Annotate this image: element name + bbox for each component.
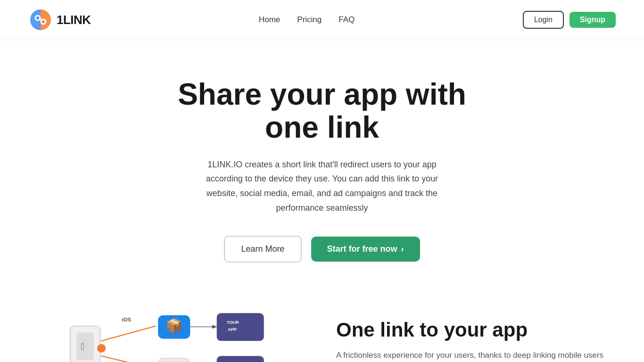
- login-button[interactable]: Login: [523, 11, 564, 29]
- svg-rect-4: [76, 332, 93, 360]
- svg-point-23: [97, 344, 106, 353]
- svg-text:APP: APP: [228, 328, 237, 332]
- signup-button[interactable]: Signup: [570, 12, 616, 28]
- nav-faq[interactable]: FAQ: [339, 15, 355, 25]
- one-link-section:  iOS 📦 YOUR APP Android: [0, 291, 644, 362]
- svg-line-7: [101, 326, 156, 341]
- hero-section: Share your app with one link 1LINK.IO cr…: [0, 40, 644, 291]
- svg-rect-20: [216, 356, 264, 362]
- app-diagram:  iOS 📦 YOUR APP Android: [60, 300, 286, 362]
- section-text: One link to your app A frictionless expe…: [336, 319, 606, 362]
- svg-text:YOUR: YOUR: [226, 320, 239, 325]
- logo[interactable]: 1LINK: [28, 8, 91, 32]
- svg-text:: : [81, 341, 84, 352]
- logo-text: 1LINK: [57, 13, 91, 27]
- diagram-area:  iOS 📦 YOUR APP Android: [38, 300, 308, 362]
- start-free-label: Start for free now: [327, 244, 397, 254]
- chevron-right-icon: ›: [401, 244, 404, 254]
- navbar: 1LINK Home Pricing FAQ Login Signup: [0, 0, 644, 40]
- svg-line-8: [101, 356, 156, 362]
- start-free-button[interactable]: Start for free now ›: [311, 237, 420, 262]
- nav-home[interactable]: Home: [259, 15, 280, 25]
- hero-description: 1LINK.IO creates a short link that'll re…: [190, 157, 454, 215]
- svg-rect-17: [158, 358, 190, 362]
- svg-rect-13: [216, 313, 264, 341]
- hero-title: Share your app with one link: [157, 78, 487, 144]
- svg-text:📦: 📦: [165, 318, 182, 334]
- nav-links: Home Pricing FAQ: [259, 15, 355, 25]
- hero-buttons: Learn More Start for free now ›: [224, 236, 420, 263]
- section-description: A frictionless experience for your users…: [336, 349, 606, 362]
- nav-buttons: Login Signup: [523, 11, 616, 29]
- svg-text:iOS: iOS: [121, 317, 131, 323]
- nav-pricing[interactable]: Pricing: [297, 15, 322, 25]
- logo-icon: [28, 8, 53, 32]
- section-title: One link to your app: [336, 319, 606, 341]
- learn-more-button[interactable]: Learn More: [224, 236, 301, 263]
